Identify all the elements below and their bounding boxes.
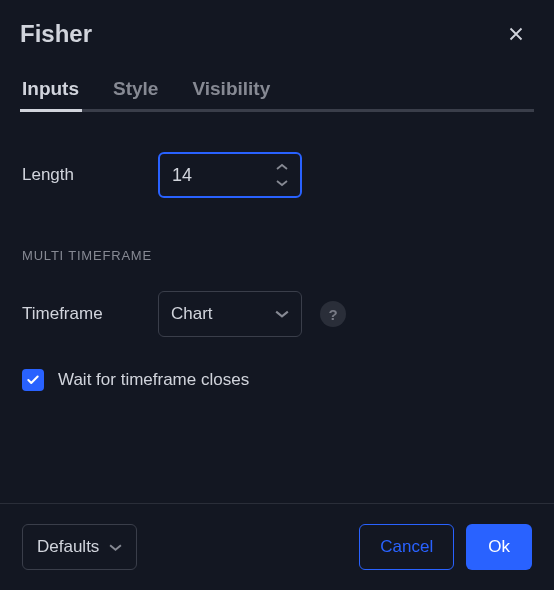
help-button[interactable]: ? (320, 301, 346, 327)
length-label: Length (22, 165, 158, 185)
wait-checkbox-row[interactable]: Wait for timeframe closes (22, 369, 532, 391)
chevron-up-icon (276, 163, 288, 171)
close-icon (505, 23, 527, 45)
chevron-down-icon (275, 309, 289, 319)
length-input[interactable] (160, 154, 260, 196)
timeframe-label: Timeframe (22, 304, 158, 324)
dialog-content: Length MULTI TIMEFRAME Timeframe Chart (0, 112, 554, 503)
wait-checkbox[interactable] (22, 369, 44, 391)
footer-actions: Cancel Ok (359, 524, 532, 570)
wait-checkbox-label: Wait for timeframe closes (58, 370, 249, 390)
settings-dialog: Fisher Inputs Style Visibility Length (0, 0, 554, 590)
tab-style[interactable]: Style (113, 78, 158, 112)
timeframe-value: Chart (171, 304, 213, 324)
dialog-title: Fisher (20, 20, 92, 48)
length-step-down[interactable] (270, 175, 294, 191)
tabs-bar: Inputs Style Visibility (0, 60, 554, 112)
length-step-up[interactable] (270, 159, 294, 175)
chevron-down-icon (276, 179, 288, 187)
question-icon: ? (328, 306, 337, 323)
ok-button[interactable]: Ok (466, 524, 532, 570)
dialog-header: Fisher (0, 0, 554, 60)
tab-visibility[interactable]: Visibility (192, 78, 270, 112)
multi-timeframe-header: MULTI TIMEFRAME (22, 248, 532, 263)
tab-inputs[interactable]: Inputs (22, 78, 79, 112)
timeframe-select[interactable]: Chart (158, 291, 302, 337)
tab-underline (20, 109, 534, 112)
check-icon (26, 373, 40, 387)
length-input-wrap[interactable] (158, 152, 302, 198)
length-row: Length (22, 152, 532, 198)
timeframe-row: Timeframe Chart ? (22, 291, 532, 337)
tab-underline-active (20, 109, 82, 112)
defaults-button[interactable]: Defaults (22, 524, 137, 570)
cancel-button[interactable]: Cancel (359, 524, 454, 570)
defaults-label: Defaults (37, 537, 99, 557)
dialog-footer: Defaults Cancel Ok (0, 503, 554, 590)
close-button[interactable] (498, 16, 534, 52)
length-stepper (270, 154, 294, 196)
chevron-down-icon (109, 543, 122, 552)
